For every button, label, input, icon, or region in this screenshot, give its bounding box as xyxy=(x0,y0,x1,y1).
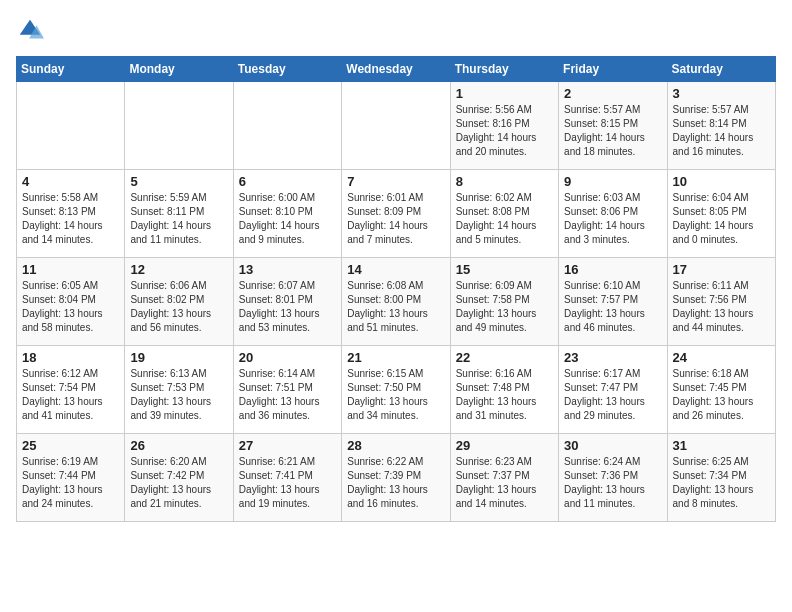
logo-icon xyxy=(16,16,44,44)
day-info: Sunrise: 5:57 AMSunset: 8:15 PMDaylight:… xyxy=(564,103,661,159)
day-info: Sunrise: 6:25 AMSunset: 7:34 PMDaylight:… xyxy=(673,455,770,511)
week-row-4: 18Sunrise: 6:12 AMSunset: 7:54 PMDayligh… xyxy=(17,346,776,434)
day-cell: 11Sunrise: 6:05 AMSunset: 8:04 PMDayligh… xyxy=(17,258,125,346)
day-info: Sunrise: 6:06 AMSunset: 8:02 PMDaylight:… xyxy=(130,279,227,335)
day-number: 2 xyxy=(564,86,661,101)
day-cell: 29Sunrise: 6:23 AMSunset: 7:37 PMDayligh… xyxy=(450,434,558,522)
day-info: Sunrise: 6:14 AMSunset: 7:51 PMDaylight:… xyxy=(239,367,336,423)
day-info: Sunrise: 6:09 AMSunset: 7:58 PMDaylight:… xyxy=(456,279,553,335)
day-cell: 3Sunrise: 5:57 AMSunset: 8:14 PMDaylight… xyxy=(667,82,775,170)
day-cell: 28Sunrise: 6:22 AMSunset: 7:39 PMDayligh… xyxy=(342,434,450,522)
day-info: Sunrise: 6:07 AMSunset: 8:01 PMDaylight:… xyxy=(239,279,336,335)
day-number: 17 xyxy=(673,262,770,277)
day-info: Sunrise: 5:59 AMSunset: 8:11 PMDaylight:… xyxy=(130,191,227,247)
day-info: Sunrise: 6:10 AMSunset: 7:57 PMDaylight:… xyxy=(564,279,661,335)
day-info: Sunrise: 5:57 AMSunset: 8:14 PMDaylight:… xyxy=(673,103,770,159)
day-info: Sunrise: 6:18 AMSunset: 7:45 PMDaylight:… xyxy=(673,367,770,423)
day-number: 4 xyxy=(22,174,119,189)
day-cell: 2Sunrise: 5:57 AMSunset: 8:15 PMDaylight… xyxy=(559,82,667,170)
day-cell: 4Sunrise: 5:58 AMSunset: 8:13 PMDaylight… xyxy=(17,170,125,258)
day-cell: 7Sunrise: 6:01 AMSunset: 8:09 PMDaylight… xyxy=(342,170,450,258)
day-info: Sunrise: 6:08 AMSunset: 8:00 PMDaylight:… xyxy=(347,279,444,335)
day-cell xyxy=(342,82,450,170)
day-info: Sunrise: 6:19 AMSunset: 7:44 PMDaylight:… xyxy=(22,455,119,511)
day-info: Sunrise: 6:11 AMSunset: 7:56 PMDaylight:… xyxy=(673,279,770,335)
day-info: Sunrise: 6:12 AMSunset: 7:54 PMDaylight:… xyxy=(22,367,119,423)
day-number: 25 xyxy=(22,438,119,453)
day-number: 14 xyxy=(347,262,444,277)
day-info: Sunrise: 6:22 AMSunset: 7:39 PMDaylight:… xyxy=(347,455,444,511)
day-cell: 20Sunrise: 6:14 AMSunset: 7:51 PMDayligh… xyxy=(233,346,341,434)
day-number: 15 xyxy=(456,262,553,277)
col-header-monday: Monday xyxy=(125,57,233,82)
col-header-saturday: Saturday xyxy=(667,57,775,82)
day-cell: 23Sunrise: 6:17 AMSunset: 7:47 PMDayligh… xyxy=(559,346,667,434)
col-header-sunday: Sunday xyxy=(17,57,125,82)
header xyxy=(16,16,776,44)
day-number: 27 xyxy=(239,438,336,453)
day-cell: 21Sunrise: 6:15 AMSunset: 7:50 PMDayligh… xyxy=(342,346,450,434)
day-number: 18 xyxy=(22,350,119,365)
day-number: 28 xyxy=(347,438,444,453)
day-info: Sunrise: 6:24 AMSunset: 7:36 PMDaylight:… xyxy=(564,455,661,511)
day-cell: 26Sunrise: 6:20 AMSunset: 7:42 PMDayligh… xyxy=(125,434,233,522)
day-number: 22 xyxy=(456,350,553,365)
day-number: 12 xyxy=(130,262,227,277)
day-cell: 1Sunrise: 5:56 AMSunset: 8:16 PMDaylight… xyxy=(450,82,558,170)
day-cell: 5Sunrise: 5:59 AMSunset: 8:11 PMDaylight… xyxy=(125,170,233,258)
day-number: 26 xyxy=(130,438,227,453)
day-number: 9 xyxy=(564,174,661,189)
day-number: 16 xyxy=(564,262,661,277)
day-number: 11 xyxy=(22,262,119,277)
day-cell: 13Sunrise: 6:07 AMSunset: 8:01 PMDayligh… xyxy=(233,258,341,346)
day-info: Sunrise: 6:15 AMSunset: 7:50 PMDaylight:… xyxy=(347,367,444,423)
day-cell: 27Sunrise: 6:21 AMSunset: 7:41 PMDayligh… xyxy=(233,434,341,522)
day-info: Sunrise: 5:58 AMSunset: 8:13 PMDaylight:… xyxy=(22,191,119,247)
day-number: 10 xyxy=(673,174,770,189)
day-cell: 10Sunrise: 6:04 AMSunset: 8:05 PMDayligh… xyxy=(667,170,775,258)
day-cell: 6Sunrise: 6:00 AMSunset: 8:10 PMDaylight… xyxy=(233,170,341,258)
day-cell xyxy=(17,82,125,170)
day-cell: 25Sunrise: 6:19 AMSunset: 7:44 PMDayligh… xyxy=(17,434,125,522)
day-number: 20 xyxy=(239,350,336,365)
day-cell: 8Sunrise: 6:02 AMSunset: 8:08 PMDaylight… xyxy=(450,170,558,258)
day-number: 24 xyxy=(673,350,770,365)
day-info: Sunrise: 6:03 AMSunset: 8:06 PMDaylight:… xyxy=(564,191,661,247)
day-number: 6 xyxy=(239,174,336,189)
day-number: 7 xyxy=(347,174,444,189)
day-info: Sunrise: 5:56 AMSunset: 8:16 PMDaylight:… xyxy=(456,103,553,159)
day-number: 29 xyxy=(456,438,553,453)
page: SundayMondayTuesdayWednesdayThursdayFrid… xyxy=(0,0,792,534)
day-cell: 19Sunrise: 6:13 AMSunset: 7:53 PMDayligh… xyxy=(125,346,233,434)
col-header-friday: Friday xyxy=(559,57,667,82)
day-cell: 14Sunrise: 6:08 AMSunset: 8:00 PMDayligh… xyxy=(342,258,450,346)
day-info: Sunrise: 6:04 AMSunset: 8:05 PMDaylight:… xyxy=(673,191,770,247)
day-info: Sunrise: 6:01 AMSunset: 8:09 PMDaylight:… xyxy=(347,191,444,247)
day-cell: 16Sunrise: 6:10 AMSunset: 7:57 PMDayligh… xyxy=(559,258,667,346)
day-cell: 24Sunrise: 6:18 AMSunset: 7:45 PMDayligh… xyxy=(667,346,775,434)
day-number: 23 xyxy=(564,350,661,365)
week-row-5: 25Sunrise: 6:19 AMSunset: 7:44 PMDayligh… xyxy=(17,434,776,522)
col-header-thursday: Thursday xyxy=(450,57,558,82)
day-cell: 9Sunrise: 6:03 AMSunset: 8:06 PMDaylight… xyxy=(559,170,667,258)
col-header-tuesday: Tuesday xyxy=(233,57,341,82)
day-number: 3 xyxy=(673,86,770,101)
day-info: Sunrise: 6:05 AMSunset: 8:04 PMDaylight:… xyxy=(22,279,119,335)
day-cell: 30Sunrise: 6:24 AMSunset: 7:36 PMDayligh… xyxy=(559,434,667,522)
day-cell: 15Sunrise: 6:09 AMSunset: 7:58 PMDayligh… xyxy=(450,258,558,346)
day-number: 30 xyxy=(564,438,661,453)
day-number: 19 xyxy=(130,350,227,365)
day-cell: 17Sunrise: 6:11 AMSunset: 7:56 PMDayligh… xyxy=(667,258,775,346)
day-info: Sunrise: 6:20 AMSunset: 7:42 PMDaylight:… xyxy=(130,455,227,511)
day-number: 8 xyxy=(456,174,553,189)
day-number: 31 xyxy=(673,438,770,453)
day-info: Sunrise: 6:02 AMSunset: 8:08 PMDaylight:… xyxy=(456,191,553,247)
week-row-1: 1Sunrise: 5:56 AMSunset: 8:16 PMDaylight… xyxy=(17,82,776,170)
header-row: SundayMondayTuesdayWednesdayThursdayFrid… xyxy=(17,57,776,82)
week-row-3: 11Sunrise: 6:05 AMSunset: 8:04 PMDayligh… xyxy=(17,258,776,346)
day-cell: 22Sunrise: 6:16 AMSunset: 7:48 PMDayligh… xyxy=(450,346,558,434)
day-cell xyxy=(233,82,341,170)
day-cell: 31Sunrise: 6:25 AMSunset: 7:34 PMDayligh… xyxy=(667,434,775,522)
day-cell: 12Sunrise: 6:06 AMSunset: 8:02 PMDayligh… xyxy=(125,258,233,346)
day-info: Sunrise: 6:16 AMSunset: 7:48 PMDaylight:… xyxy=(456,367,553,423)
